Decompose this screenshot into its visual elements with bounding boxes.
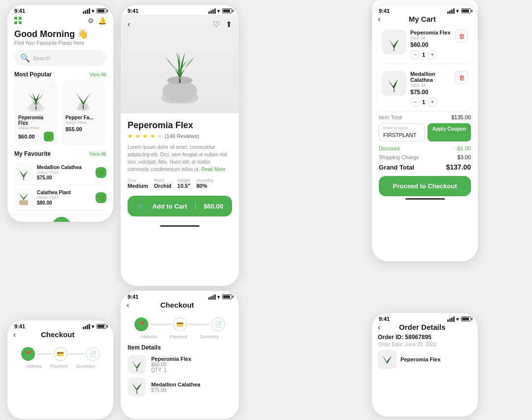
status-icons: ▾ [447, 316, 471, 322]
phone-product: 9:41 ▾ ‹ ♡ ⬆ [121, 5, 239, 286]
steps-labels-p4: Address Payment Summery [14, 363, 106, 369]
filter-icon[interactable]: ⚙ [88, 17, 94, 25]
status-bar-p5: 9:41 ▾ [121, 291, 239, 301]
price-summary: Item Total $135.00 Enter Coupon FIRSTPLA… [378, 114, 472, 196]
steps-labels: Address Payment Summery [128, 333, 232, 339]
search-placeholder: Search [33, 55, 50, 61]
fav-price-0: $75.00 [37, 175, 92, 180]
status-icons: ▾ [208, 8, 232, 14]
grand-total-val: $137.00 [446, 163, 471, 171]
nav-shop[interactable]: 🛒 [52, 217, 71, 222]
fav-type-0: Indoor Plant [37, 170, 92, 175]
add-to-cart-0[interactable]: 🌿 [44, 132, 54, 141]
favourites-list: Medallion Calathea Indoor Plant $75.00 🌿… [14, 160, 106, 210]
home-indicator-product [160, 225, 200, 227]
cart-item-img-0 [382, 30, 406, 54]
fav-img-0 [14, 163, 33, 182]
step-label-summary: Summery [200, 334, 219, 339]
checkout-item-info-0: Peperomia Flex $60.00 QTY: 1 [151, 356, 191, 373]
proceed-checkout-button[interactable]: Proceed to Checkout [379, 176, 471, 196]
fav-img-1 [14, 188, 33, 207]
specs-row: Size Medium Plant Orchid Height 10.5" Hu… [128, 178, 232, 189]
my-favourite-title: My Favourite [14, 150, 51, 157]
step-address-p4: 📍 [21, 347, 35, 361]
qty-plus-0[interactable]: + [428, 50, 437, 59]
search-bar[interactable]: 🔍 Search [14, 50, 106, 66]
home-top-icons: ⚙ 🔔 [14, 17, 106, 25]
cart-item-right-0: 🗑 [455, 30, 468, 42]
wifi-icon: ▾ [456, 316, 459, 322]
product-body: Peperomia Flex ★ ★ ★ ★ ★ (146 Reviews) L… [121, 113, 239, 223]
fav-cart-btn-0[interactable]: 🌿 [96, 167, 106, 178]
most-popular-header: Most Popular View All [14, 71, 106, 78]
popular-card-1[interactable]: Pepper Fa... Indoor Plant $55.00 [62, 81, 105, 145]
my-favourite-header: My Favourite View All [14, 150, 106, 157]
fav-cart-btn-1[interactable]: 🌿 [96, 192, 106, 203]
cart-item-size-1: Size: M [410, 83, 451, 88]
svg-rect-4 [19, 200, 28, 205]
delete-btn-0[interactable]: 🗑 [455, 30, 468, 42]
fav-item-0[interactable]: Medallion Calathea Indoor Plant $75.00 🌿 [14, 160, 106, 185]
wifi-icon: ▾ [92, 8, 94, 14]
popular-card-price-0: $60.00 [18, 134, 35, 140]
cart-item-0: Peperomia Flex Size: M $60.00 − 1 + 🗑 [378, 26, 472, 63]
greeting-text: Good Morning 👋 [14, 29, 106, 39]
shipping-label: Shipping Charge [379, 154, 419, 160]
status-bar-order: 9:41 ▾ [372, 313, 478, 323]
grid-menu-icon[interactable] [14, 17, 22, 25]
checkout-title: Checkout [160, 301, 194, 309]
plant-img-1 [66, 85, 100, 112]
wishlist-icon[interactable]: ♡ [213, 20, 220, 29]
time: 9:41 [14, 8, 25, 14]
step-label-address-p4: Address [26, 364, 42, 369]
status-bar-product: 9:41 ▾ [121, 5, 239, 15]
add-to-cart-button[interactable]: 🛒 Add to Cart $60.00 [128, 196, 232, 216]
item-total-label: Item Total [379, 114, 402, 120]
checkout-item-0: Peperomia Flex $60.00 QTY: 1 [121, 355, 239, 374]
cart-body: Peperomia Flex Size: M $60.00 − 1 + 🗑 [372, 26, 478, 196]
qty-minus-0[interactable]: − [410, 50, 419, 59]
fav-btn-0[interactable]: ♡ [50, 84, 55, 90]
cart-icon: 🛒 [136, 203, 144, 210]
share-icon[interactable]: ⬆ [226, 20, 232, 29]
checkout-item-img-0 [128, 355, 146, 374]
qty-minus-1[interactable]: − [410, 98, 419, 106]
item-total-row: Item Total $135.00 [379, 114, 471, 120]
checkout-partial-header: ‹ Checkout [7, 330, 113, 339]
phone-checkout: 9:41 ▾ ‹ Checkout 📍 💳 📄 Address Payment … [121, 291, 239, 419]
fav-name-1: Calathea Plant [37, 190, 92, 195]
status-bar-home: 9:41 ▾ [7, 5, 113, 15]
status-icons: ▾ [447, 8, 471, 14]
fav-info-1: Calathea Plant Indoor Plant $80.00 [37, 190, 92, 206]
bottom-nav: 🏠 🤍 🛒 ⚙ 👤 [7, 214, 113, 222]
apply-coupon-button[interactable]: Apply Coupon [428, 123, 471, 141]
checkout-steps: 📍 💳 📄 [128, 312, 232, 333]
most-popular-view-all[interactable]: View All [89, 72, 106, 77]
spec-height: Height 10.5" [177, 178, 191, 189]
signal-icon [208, 8, 216, 14]
signal-icon [447, 8, 455, 14]
phone-order-details: 9:41 ▾ ‹ Order Details Order ID: 5896789… [372, 313, 478, 417]
subtext: Find Your Favourite Plants Here [14, 40, 106, 46]
popular-card-name-1: Pepper Fa... [66, 115, 101, 120]
popular-card-0[interactable]: ♡ Peperomia Flex Indoor Plant $60.00 [14, 81, 58, 145]
fav-view-all[interactable]: View All [89, 151, 106, 157]
order-item-name: Peperomia Flex [400, 356, 440, 362]
checkout-item-price-0: $60.00 [151, 362, 191, 367]
back-arrow-icon[interactable]: ‹ [128, 20, 130, 29]
star-1: ★ [128, 133, 133, 140]
phone-home: 9:41 ▾ ⚙ 🔔 Good Morning 👋 Find Your Favo… [7, 5, 113, 222]
coupon-value: FIRSTPLANT [383, 132, 416, 138]
qty-ctrl-0: − 1 + [410, 50, 451, 59]
wifi-icon: ▾ [217, 294, 220, 300]
notification-icon[interactable]: 🔔 [98, 17, 106, 25]
signal-icon [447, 316, 455, 322]
shipping-row: Shipping Charge $3.00 [379, 154, 471, 160]
qty-plus-1[interactable]: + [428, 98, 437, 106]
battery-icon [97, 8, 106, 13]
read-more-link[interactable]: Read More [201, 167, 226, 172]
delete-btn-1[interactable]: 🗑 [455, 71, 468, 84]
fav-item-1[interactable]: Calathea Plant Indoor Plant $80.00 🌿 [14, 185, 106, 210]
order-date: Order Date: June 25, 2022 [378, 342, 472, 347]
wifi-icon: ▾ [92, 324, 94, 329]
